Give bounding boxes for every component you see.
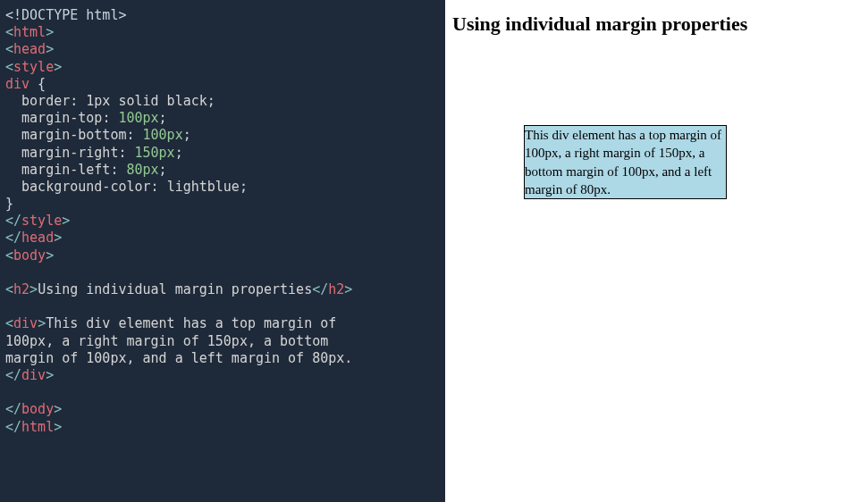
code-tag-body-open: body [13, 247, 46, 264]
code-bracket: > [38, 315, 46, 331]
render-preview-panel: Using individual margin properties This … [445, 0, 868, 502]
code-bracket: < [5, 24, 13, 40]
code-tag-html-close: html [21, 419, 54, 435]
code-bracket: > [46, 367, 54, 383]
code-bracket: > [46, 247, 54, 264]
css-prop-name: margin-left [21, 162, 110, 178]
code-bracket: > [54, 59, 62, 75]
css-prop-value: 150px [135, 145, 175, 161]
css-prop-name: background-color [21, 179, 151, 195]
code-div-text-line2: 100px, a right margin of 150px, a bottom [5, 333, 328, 349]
css-prop-value: black [159, 93, 207, 109]
css-prop-value: 100px [143, 127, 183, 143]
code-bracket: > [54, 230, 62, 246]
code-bracket: </ [312, 281, 328, 297]
code-bracket: </ [5, 419, 21, 435]
code-tag-div: div [13, 315, 38, 331]
render-demo-box: This div element has a top margin of 100… [524, 125, 727, 199]
css-prop-value: lightblue [167, 179, 240, 195]
css-prop-value: 100px [118, 110, 158, 126]
code-tag-div-close: div [21, 367, 46, 383]
code-bracket: < [5, 247, 13, 264]
code-tag-h2: h2 [13, 281, 29, 297]
code-bracket: < [5, 315, 13, 331]
css-prop-name: margin-bottom [21, 127, 126, 143]
code-bracket: </ [5, 367, 21, 383]
code-h2-text: Using individual margin properties [38, 281, 312, 297]
code-div-text-line1: This div element has a top margin of [46, 315, 336, 331]
code-tag-body-close: body [21, 401, 54, 417]
css-prop-name: margin-right [21, 145, 118, 161]
code-bracket: > [62, 213, 70, 229]
code-bracket: > [54, 419, 62, 435]
code-bracket: </ [5, 230, 21, 246]
render-heading: Using individual margin properties [452, 13, 861, 36]
code-tag-head-close: head [21, 230, 54, 246]
code-tag-head-open: head [13, 41, 46, 57]
code-doctype: <!DOCTYPE html> [5, 7, 126, 23]
code-bracket: > [46, 24, 54, 40]
code-bracket: > [29, 281, 38, 297]
code-bracket: </ [5, 401, 21, 417]
code-bracket: > [344, 281, 352, 297]
code-tag-style-open: style [13, 59, 54, 75]
css-prop-name: border [21, 93, 70, 109]
code-brace-open: { [29, 76, 46, 92]
code-brace-close: } [5, 196, 13, 212]
code-selector: div [5, 76, 29, 92]
code-tag-html-open: html [13, 24, 46, 40]
code-bracket: < [5, 281, 13, 297]
css-prop-value: 1px [86, 93, 110, 109]
code-tag-h2-close: h2 [328, 281, 344, 297]
code-bracket: < [5, 59, 13, 75]
code-bracket: </ [5, 213, 21, 229]
code-div-text-line3: margin of 100px, and a left margin of 80… [5, 350, 352, 366]
css-prop-value: solid [110, 93, 158, 109]
css-prop-value: 80px [126, 162, 158, 178]
code-editor-panel: <!DOCTYPE html> <html> <head> <style> di… [0, 0, 445, 502]
css-props-container: border: 1px solid black; margin-top: 100… [5, 93, 248, 195]
code-bracket: < [5, 41, 13, 57]
code-bracket: > [46, 41, 54, 57]
code-bracket: > [54, 401, 62, 417]
css-rule: div { border: 1px solid black; margin-to… [5, 76, 248, 212]
code-tag-style-close: style [21, 213, 62, 229]
css-prop-name: margin-top [21, 110, 102, 126]
